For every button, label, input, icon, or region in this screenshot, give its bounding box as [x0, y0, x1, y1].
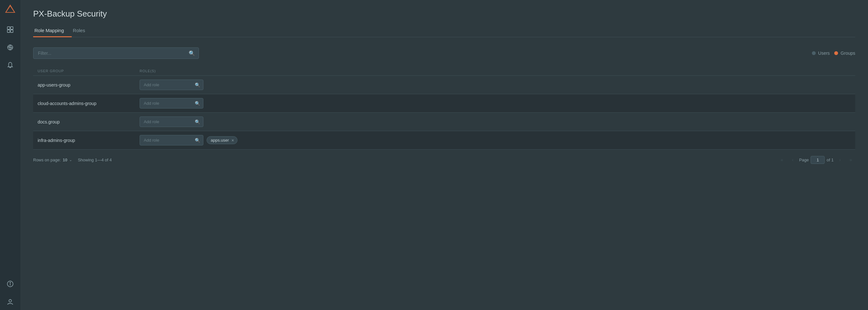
pag-of-label: of 1: [827, 158, 834, 162]
logo-icon: [4, 4, 16, 15]
pag-page-input[interactable]: [811, 156, 825, 164]
tabs-bar: Role Mapping Roles: [33, 25, 855, 37]
roles-cell: 🔍: [140, 116, 851, 127]
sidebar-item-network[interactable]: [6, 43, 15, 52]
users-toggle-label: Users: [818, 50, 830, 56]
add-role-input[interactable]: [140, 135, 204, 145]
role-mapping-table: USER GROUP ROLE(S) app-users-group🔍cloud…: [33, 67, 855, 149]
user-icon: [7, 298, 14, 305]
roles-cell: 🔍: [140, 79, 851, 90]
roles-cell: 🔍apps.user×: [140, 135, 851, 145]
groups-toggle-label: Groups: [841, 50, 855, 56]
rows-per-page-value[interactable]: 10: [63, 158, 67, 162]
add-role-wrap: 🔍: [140, 98, 204, 108]
col-user-group: USER GROUP: [38, 69, 140, 73]
role-search-icon: 🔍: [195, 82, 200, 88]
add-role-input[interactable]: [140, 116, 204, 127]
main-content: PX-Backup Security Role Mapping Roles 🔍 …: [21, 0, 868, 310]
role-badge-label: apps.user: [211, 138, 229, 143]
roles-cell: 🔍: [140, 98, 851, 108]
role-badge-close[interactable]: ×: [231, 138, 234, 143]
sidebar-item-notifications[interactable]: [6, 61, 15, 70]
groups-toggle-group[interactable]: Groups: [834, 50, 855, 56]
svg-point-10: [9, 300, 11, 302]
filter-input-wrap: 🔍: [33, 47, 199, 59]
bell-icon: [7, 62, 14, 69]
svg-point-9: [10, 282, 10, 283]
showing-text: Showing 1—4 of 4: [78, 158, 112, 162]
add-role-wrap: 🔍: [140, 116, 204, 127]
pagination: « ‹ Page of 1 › »: [777, 155, 855, 164]
users-toggle-dot: [812, 51, 816, 55]
sidebar-item-info[interactable]: [6, 279, 15, 288]
svg-rect-2: [7, 27, 10, 29]
rows-per-page-arrow[interactable]: ⌄: [69, 158, 72, 162]
table-row: docs.group🔍: [33, 113, 855, 131]
col-roles: ROLE(S): [140, 69, 851, 73]
table-header: USER GROUP ROLE(S): [33, 67, 855, 76]
pag-last-button[interactable]: »: [846, 155, 855, 164]
role-badge: apps.user×: [207, 136, 238, 144]
filter-input[interactable]: [33, 47, 199, 59]
group-name-cell: infra-admins-group: [38, 138, 140, 143]
info-icon: [7, 280, 14, 287]
groups-toggle-dot: [834, 51, 838, 55]
add-role-input[interactable]: [140, 79, 204, 90]
svg-rect-5: [10, 30, 13, 32]
filter-row: 🔍 Users Groups: [33, 47, 855, 59]
pag-first-button[interactable]: «: [777, 155, 786, 164]
rows-per-page-label: Rows on page:: [33, 158, 61, 162]
logo[interactable]: [4, 4, 16, 16]
sidebar-item-user[interactable]: [6, 297, 15, 306]
add-role-input[interactable]: [140, 98, 204, 108]
users-toggle-group[interactable]: Users: [812, 50, 830, 56]
footer: Rows on page: 10 ⌄ Showing 1—4 of 4 « ‹ …: [33, 155, 855, 164]
add-role-wrap: 🔍: [140, 79, 204, 90]
role-search-icon: 🔍: [195, 119, 200, 125]
svg-rect-3: [10, 27, 13, 29]
role-search-icon: 🔍: [195, 101, 200, 106]
pag-page-label: Page: [799, 158, 809, 162]
group-name-cell: app-users-group: [38, 82, 140, 88]
sidebar-item-dashboard[interactable]: [6, 25, 15, 34]
group-name-cell: docs.group: [38, 119, 140, 125]
filter-search-icon: 🔍: [189, 50, 195, 56]
network-icon: [7, 44, 14, 51]
page-title: PX-Backup Security: [33, 9, 855, 19]
table-row: cloud-accounts-admins-group🔍: [33, 94, 855, 113]
toggle-section: Users Groups: [812, 50, 855, 56]
pag-prev-button[interactable]: ‹: [788, 155, 797, 164]
table-row: app-users-group🔍: [33, 76, 855, 94]
group-name-cell: cloud-accounts-admins-group: [38, 101, 140, 106]
role-search-icon: 🔍: [195, 138, 200, 143]
rows-per-page: Rows on page: 10 ⌄: [33, 158, 72, 162]
tab-roles[interactable]: Roles: [72, 25, 93, 37]
table-row: infra-admins-group🔍apps.user×: [33, 131, 855, 149]
pag-next-button[interactable]: ›: [836, 155, 844, 164]
tab-role-mapping[interactable]: Role Mapping: [33, 25, 72, 37]
add-role-wrap: 🔍: [140, 135, 204, 145]
sidebar: [0, 0, 21, 310]
grid-icon: [7, 26, 14, 33]
svg-rect-4: [7, 30, 10, 32]
table-body: app-users-group🔍cloud-accounts-admins-gr…: [33, 76, 855, 149]
